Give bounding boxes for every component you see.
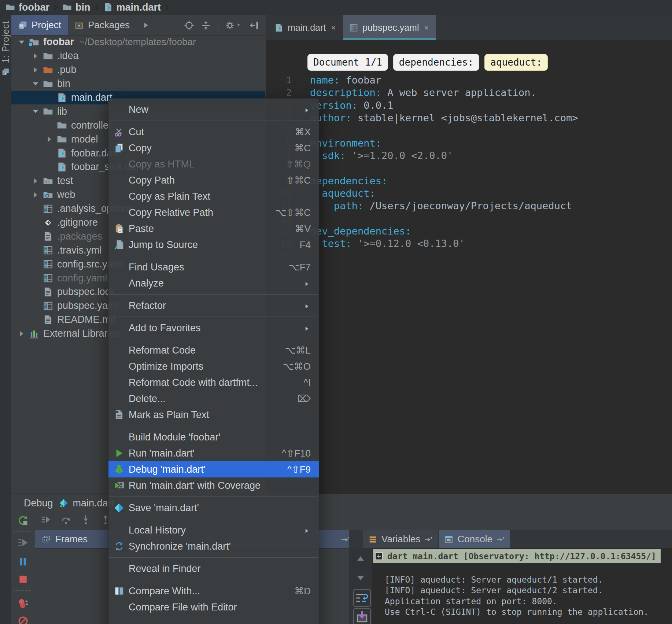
menu-item-label: Reformat Code with dartfmt... [129, 377, 258, 388]
pin-icon [424, 535, 433, 544]
console-selected-line[interactable]: dart main.dart [Observatory: http://127.… [373, 549, 661, 563]
dart-file-icon [56, 92, 67, 103]
tree-item--pub[interactable]: .pub [11, 63, 265, 77]
code-token: dependencies: [310, 175, 387, 187]
menu-item-delete-[interactable]: Delete...⌦ [108, 391, 319, 407]
yaml-breadcrumb-chip[interactable]: dependencies: [393, 54, 480, 71]
tree-item--idea[interactable]: .idea [11, 49, 265, 63]
menu-item-jump-to-source[interactable]: Jump to SourceF4 [108, 237, 319, 253]
menu-item-cut[interactable]: Cut⌘X [108, 124, 319, 140]
stop-icon[interactable] [17, 573, 29, 585]
collapse-arrow-icon[interactable] [30, 106, 41, 117]
collapse-arrow-icon[interactable] [30, 78, 41, 89]
menu-item-save-main-dart-[interactable]: Save 'main.dart' [108, 500, 319, 516]
menu-icon-spacer [114, 322, 125, 333]
expand-arrow-icon[interactable] [30, 176, 41, 187]
pause-icon[interactable] [17, 556, 29, 568]
mute-icon[interactable] [17, 615, 29, 624]
down-icon[interactable] [355, 572, 366, 583]
code-line: dependencies: [310, 175, 578, 187]
tab-variables[interactable]: Variables [363, 530, 438, 548]
menu-item-label: Add to Favorites [129, 322, 201, 334]
menu-shortcut: ⌥⇧⌘C [275, 207, 311, 218]
menu-item-reformat-code[interactable]: Reformat Code⌥⌘L [108, 342, 319, 358]
menu-item-new[interactable]: New [108, 101, 319, 118]
menu-item-copy[interactable]: Copy⌘C [108, 140, 319, 156]
menu-item-synchronize-main-dart-[interactable]: Synchronize 'main.dart' [108, 538, 319, 554]
code-area[interactable]: name: foobardescription: A web server ap… [310, 74, 578, 263]
menu-item-reveal-in-finder[interactable]: Reveal in Finder [108, 561, 319, 577]
yaml-breadcrumb-chip[interactable]: Document 1/1 [307, 54, 388, 71]
scrollend-icon[interactable] [353, 608, 371, 624]
yaml-breadcrumb-chip[interactable]: aqueduct: [484, 54, 548, 71]
menu-item-copy-relative-path[interactable]: Copy Relative Path⌥⇧⌘C [108, 204, 319, 221]
tab-console[interactable]: Console [439, 530, 510, 548]
resume-icon[interactable] [17, 537, 29, 549]
menu-shortcut: ^I [304, 377, 311, 388]
menu-item-label: New [129, 104, 148, 115]
menu-item-optimize-imports[interactable]: Optimize Imports⌥⌘O [108, 358, 319, 374]
menu-item-add-to-favorites[interactable]: Add to Favorites [108, 320, 319, 336]
tree-indent [30, 203, 41, 214]
breadcrumb-item[interactable]: main.dart [101, 2, 163, 13]
menu-item-reformat-code-with-dartfmt-[interactable]: Reformat Code with dartfmt...^I [108, 374, 319, 391]
expand-arrow-icon[interactable] [30, 51, 41, 62]
close-icon[interactable] [330, 24, 337, 32]
menu-item-copy-as-plain-text[interactable]: Copy as Plain Text [108, 188, 319, 204]
breadcrumb-item[interactable]: bin [60, 2, 92, 13]
close-icon[interactable] [423, 24, 430, 32]
tree-item-foobar[interactable]: foobar~/Desktop/templates/foobar [11, 35, 265, 49]
view-tab-packages[interactable]: Packages [68, 15, 136, 35]
menu-item-run-main-dart-[interactable]: Run 'main.dart'^⇧F10 [108, 445, 319, 461]
rerun-icon[interactable] [17, 515, 29, 527]
code-token: /Users/joeconway/Projects/aqueduct [363, 200, 572, 211]
up-icon[interactable] [355, 553, 366, 565]
debug-tab-label: Console [457, 533, 492, 545]
tree-indent [30, 217, 41, 228]
menu-item-compare-file-with-editor[interactable]: Compare File with Editor [108, 599, 319, 615]
menu-item-label: Copy as Plain Text [129, 191, 210, 202]
code-line: test: '>=0.12.0 <0.13.0' [310, 237, 578, 250]
settings-button[interactable] [225, 20, 243, 30]
show-exec-icon[interactable] [41, 514, 52, 525]
expand-icon[interactable] [374, 551, 384, 561]
wrap-icon[interactable] [353, 589, 371, 607]
editor-tab-main-dart[interactable]: main.dart [268, 15, 343, 40]
collapse-arrow-icon[interactable] [16, 37, 27, 48]
menu-item-debug-main-dart-[interactable]: Debug 'main.dart'^⇧F9 [108, 461, 319, 477]
menu-icon-spacer [114, 191, 125, 202]
step-over-icon[interactable] [60, 514, 71, 525]
menu-item-analyze[interactable]: Analyze [108, 275, 319, 291]
chev-icon [93, 2, 100, 13]
play-icon[interactable] [141, 21, 150, 30]
menu-item-build-module-foobar-[interactable]: Build Module 'foobar' [108, 429, 319, 445]
tool-window-tab-project[interactable]: 1: Project [0, 21, 11, 76]
menu-item-paste[interactable]: Paste⌘V [108, 221, 319, 237]
breakpoints-icon[interactable] [17, 598, 29, 609]
locate-icon[interactable] [184, 20, 194, 30]
tree-item-bin[interactable]: bin [11, 77, 265, 91]
step-into-icon[interactable] [80, 514, 91, 525]
dart-diamond-icon [114, 502, 125, 513]
collapse-icon[interactable] [201, 20, 211, 30]
editor-tab-pubspec-yaml[interactable]: pubspec.yaml [343, 15, 436, 40]
hide-icon[interactable] [249, 20, 259, 30]
console-output[interactable]: dart main.dart [Observatory: http://127.… [372, 548, 672, 624]
menu-item-compare-with-[interactable]: Compare With...⌘D [108, 583, 319, 599]
menu-item-refactor[interactable]: Refactor [108, 298, 319, 314]
debug-session-tab[interactable]: main.dart [59, 498, 114, 509]
menu-item-run-main-dart-with-coverage[interactable]: Run 'main.dart' with Coverage [108, 477, 319, 494]
expand-arrow-icon[interactable] [44, 134, 55, 145]
packages-icon [74, 21, 84, 30]
expand-arrow-icon[interactable] [30, 189, 41, 200]
menu-item-local-history[interactable]: Local History [108, 522, 319, 538]
expand-arrow-icon[interactable] [16, 328, 27, 339]
menu-item-find-usages[interactable]: Find Usages⌥F7 [108, 259, 319, 275]
breadcrumb-label: foobar [19, 2, 49, 13]
menu-item-copy-path[interactable]: Copy Path⇧⌘C [108, 172, 319, 188]
expand-arrow-icon[interactable] [30, 64, 41, 75]
view-tab-project[interactable]: Project [11, 15, 68, 35]
menu-item-copy-as-html[interactable]: Copy as HTML⇧⌘Q [108, 156, 319, 172]
breadcrumb-item[interactable]: foobar [4, 2, 51, 13]
menu-item-mark-as-plain-text[interactable]: Mark as Plain Text [108, 407, 319, 423]
